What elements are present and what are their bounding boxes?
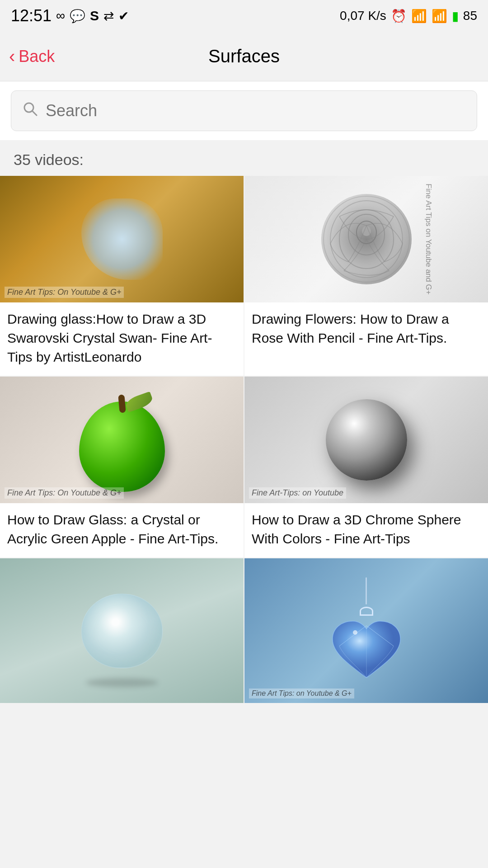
- status-icons: ∞ 💬 S ⇄ ✔: [56, 8, 129, 24]
- back-label: Back: [19, 47, 55, 66]
- message-icon: 💬: [70, 9, 85, 24]
- watermark-4: Fine Art-Tips: on Youtube: [249, 487, 346, 499]
- video-title-3: How to Draw Glass: a Crystal or Acrylic …: [0, 503, 244, 557]
- video-card-3[interactable]: Fine Art Tips: On Youtube & G+ How to Dr…: [0, 377, 244, 557]
- video-card-6[interactable]: Fine Art Tips: on Youtube & G+: [244, 558, 488, 703]
- status-right: 0,07 K/s ⏰ 📶 📶 ▮ 85: [340, 9, 477, 24]
- watermark-3: Fine Art Tips: On Youtube & G+: [5, 487, 124, 499]
- battery-level: 85: [463, 9, 477, 23]
- usb-icon: ⇄: [103, 9, 114, 24]
- watermark-2: Fine Art Tips on Youtube and G+: [423, 184, 432, 294]
- svg-point-8: [353, 630, 357, 635]
- search-container: [0, 81, 488, 140]
- signal-icon: 📶: [432, 9, 447, 24]
- thumb-glass-ball-visual: [0, 558, 244, 703]
- thumbnail-5: [0, 558, 244, 703]
- svg-point-7: [362, 226, 371, 236]
- search-input[interactable]: [46, 101, 466, 120]
- speed-indicator: 0,07 K/s: [340, 9, 386, 23]
- video-card-1[interactable]: Fine Art Tips: On Youtube & G+ Drawing g…: [0, 176, 244, 376]
- video-card-5[interactable]: [0, 558, 244, 703]
- thumb-sphere-visual: [244, 377, 488, 503]
- videos-count: 35 videos:: [0, 140, 488, 176]
- search-box[interactable]: [11, 90, 477, 131]
- nav-bar: ‹ Back Surfaces: [0, 32, 488, 81]
- thumb-apple-visual: [0, 377, 244, 503]
- clock-icon: ⏰: [391, 9, 407, 24]
- skype-icon: S: [90, 8, 99, 24]
- video-title-4: How to Draw a 3D Chrome Sphere With Colo…: [244, 503, 488, 557]
- thumb-swan-visual: [0, 176, 244, 302]
- video-title-2: Drawing Flowers: How to Draw a Rose With…: [244, 302, 488, 357]
- thumbnail-6: Fine Art Tips: on Youtube & G+: [244, 558, 488, 703]
- thumb-crystal-heart-visual: [244, 558, 488, 703]
- video-card-2[interactable]: Fine Art Tips on Youtube and G+ Drawing …: [244, 176, 488, 376]
- video-card-4[interactable]: Fine Art-Tips: on Youtube How to Draw a …: [244, 377, 488, 557]
- thumbnail-1: Fine Art Tips: On Youtube & G+: [0, 176, 244, 302]
- watermark-1: Fine Art Tips: On Youtube & G+: [5, 287, 124, 298]
- thumbnail-2: Fine Art Tips on Youtube and G+: [244, 176, 488, 302]
- thumbnail-3: Fine Art Tips: On Youtube & G+: [0, 377, 244, 503]
- video-grid: Fine Art Tips: On Youtube & G+ Drawing g…: [0, 176, 488, 712]
- infinity-icon: ∞: [56, 9, 65, 23]
- battery-icon: ▮: [452, 9, 459, 24]
- status-bar: 12:51 ∞ 💬 S ⇄ ✔ 0,07 K/s ⏰ 📶 📶 ▮ 85: [0, 0, 488, 32]
- sphere-shape: [326, 399, 407, 481]
- videos-count-label: 35 videos:: [14, 151, 84, 168]
- wifi-icon: 📶: [411, 9, 427, 24]
- svg-line-1: [32, 111, 37, 115]
- back-chevron-icon: ‹: [9, 46, 15, 66]
- video-title-1: Drawing glass:How to Draw a 3D Swarovski…: [0, 302, 244, 376]
- back-button[interactable]: ‹ Back: [9, 46, 55, 66]
- watermark-6: Fine Art Tips: on Youtube & G+: [249, 689, 354, 698]
- page-title: Surfaces: [208, 46, 280, 66]
- thumbnail-4: Fine Art-Tips: on Youtube: [244, 377, 488, 503]
- check-icon: ✔: [118, 9, 129, 24]
- thumb-rose-visual: [244, 176, 488, 302]
- search-icon: [22, 101, 38, 121]
- status-time: 12:51: [11, 6, 52, 25]
